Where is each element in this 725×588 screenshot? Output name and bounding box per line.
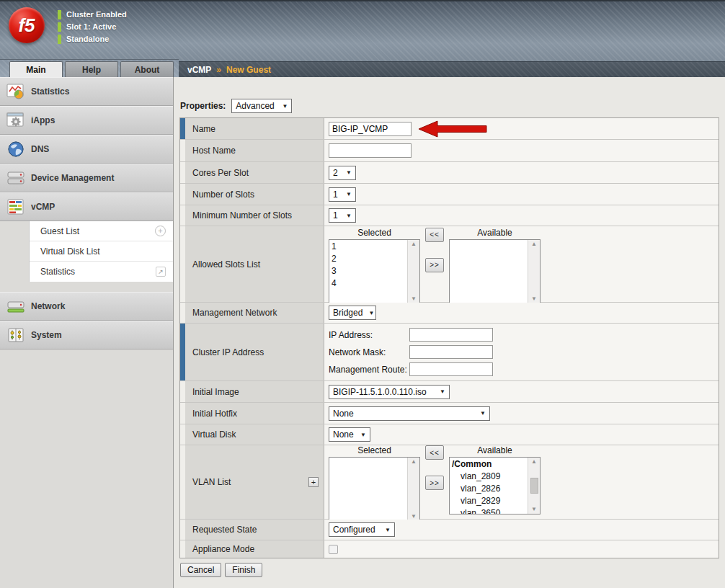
optional-indicator <box>180 520 185 540</box>
list-item[interactable]: vlan_2829 <box>450 495 528 507</box>
chevron-down-icon: ▼ <box>385 527 391 533</box>
sidebar-item-statistics[interactable]: Statistics <box>0 77 173 106</box>
chevron-down-icon: ▼ <box>360 432 366 438</box>
optional-indicator <box>180 445 185 519</box>
initial-image-dropdown[interactable]: BIGIP-11.5.1.0.0.110.iso▼ <box>329 385 450 399</box>
scroll-down-icon[interactable]: ▼ <box>411 296 417 302</box>
iapps-icon <box>6 110 26 130</box>
move-to-available-button[interactable]: >> <box>425 476 444 490</box>
virtual-disk-dropdown[interactable]: None▼ <box>329 427 370 442</box>
breadcrumb-separator: » <box>216 65 221 75</box>
number-of-slots-dropdown[interactable]: 1▼ <box>329 187 356 202</box>
chevron-down-icon: ▼ <box>480 410 486 416</box>
requested-state-dropdown[interactable]: Configured▼ <box>329 522 395 537</box>
list-item[interactable]: vlan_3650 <box>450 507 528 514</box>
move-to-available-button[interactable]: >> <box>425 258 444 272</box>
sidebar-item-network[interactable]: Network <box>0 292 173 321</box>
breadcrumb-section[interactable]: vCMP <box>187 65 211 75</box>
chevron-down-icon: ▼ <box>282 103 288 110</box>
optional-indicator <box>180 226 185 302</box>
form-row-minimum-number-of-slots: Minimum Number of Slots 1▼ <box>180 205 719 226</box>
list-item[interactable]: 1 <box>329 241 407 253</box>
sidebar-item-vcmp[interactable]: vCMP <box>0 192 173 221</box>
host-name-input[interactable] <box>329 143 412 158</box>
scroll-down-icon[interactable]: ▼ <box>411 514 417 520</box>
cores-per-slot-dropdown[interactable]: 2▼ <box>329 166 356 180</box>
add-circle-icon[interactable]: + <box>155 226 166 236</box>
scroll-up-icon[interactable]: ▲ <box>411 459 417 465</box>
list-item[interactable]: 3 <box>329 265 407 277</box>
tab-main[interactable]: Main <box>9 61 63 77</box>
move-to-selected-button[interactable]: << <box>425 228 444 242</box>
vlan-selected-listbox[interactable]: ▲▼ <box>329 457 420 522</box>
ip-address-input[interactable] <box>409 328 493 342</box>
cancel-button[interactable]: Cancel <box>180 563 221 577</box>
scrollbar[interactable]: ▲▼ <box>407 458 419 521</box>
form-row-cluster-ip-address: Cluster IP Address IP Address: Network M… <box>180 324 719 381</box>
chevron-down-icon: ▼ <box>346 191 352 197</box>
submenu-item-virtual-disk-list[interactable]: Virtual Disk List <box>30 241 173 262</box>
scrollbar-thumb[interactable] <box>530 478 538 494</box>
f5-logo[interactable]: f5 <box>9 7 45 43</box>
minimum-number-of-slots-dropdown[interactable]: 1▼ <box>329 208 356 223</box>
system-icon <box>6 325 26 345</box>
vlan-available-listbox[interactable]: /Common vlan_2809 vlan_2826 vlan_2829 vl… <box>449 457 541 514</box>
scrollbar[interactable]: ▲▼ <box>407 240 419 303</box>
chevron-down-icon: ▼ <box>346 169 352 176</box>
new-guest-form: Name Host Name Cores Per Slot 2▼ Numb <box>179 117 719 558</box>
submenu-item-guest-list[interactable]: Guest List + <box>30 221 173 241</box>
main-content: Properties: Advanced▼ Name Host Name Cor… <box>174 77 725 588</box>
optional-indicator <box>180 540 185 558</box>
scroll-down-icon[interactable]: ▼ <box>531 507 537 512</box>
tab-help[interactable]: Help <box>65 61 118 77</box>
list-item[interactable]: vlan_2826 <box>450 483 528 495</box>
tab-about[interactable]: About <box>120 61 174 77</box>
vcmp-submenu: Guest List + Virtual Disk List Statistic… <box>29 221 173 282</box>
scrollbar[interactable]: ▲▼ <box>528 240 540 303</box>
form-row-allowed-slots-list: Allowed Slots List Selected 1 2 3 4 ▲▼ <box>180 226 719 303</box>
properties-dropdown[interactable]: Advanced▼ <box>231 99 292 113</box>
required-indicator <box>180 118 185 139</box>
system-status: Cluster Enabled Slot 1: Active Standalon… <box>58 9 127 46</box>
finish-button[interactable]: Finish <box>225 563 262 577</box>
network-mask-input[interactable] <box>409 345 493 359</box>
vlan-expander-button[interactable]: + <box>308 477 319 487</box>
submenu-item-statistics[interactable]: Statistics ↗ <box>30 262 173 282</box>
scroll-up-icon[interactable]: ▲ <box>531 459 537 465</box>
subheader: Main Help About vCMP » New Guest <box>0 61 725 77</box>
scrollbar[interactable]: ▲▼ <box>528 458 540 514</box>
sidebar-item-iapps[interactable]: iApps <box>0 106 173 135</box>
status-green-bar-icon <box>58 22 61 32</box>
form-row-cores-per-slot: Cores Per Slot 2▼ <box>180 162 719 184</box>
status-line: Standalone <box>58 34 127 44</box>
scroll-up-icon[interactable]: ▲ <box>531 241 537 247</box>
optional-indicator <box>180 424 185 445</box>
move-to-selected-button[interactable]: << <box>425 445 444 460</box>
management-route-input[interactable] <box>409 362 493 376</box>
chevron-down-icon: ▼ <box>440 388 445 395</box>
scroll-up-icon[interactable]: ▲ <box>411 241 417 247</box>
external-link-icon: ↗ <box>156 267 166 277</box>
sidebar-item-system[interactable]: System <box>0 321 173 349</box>
management-network-dropdown[interactable]: Bridged▼ <box>329 306 376 320</box>
network-mask-label: Network Mask: <box>329 347 409 357</box>
sidebar-item-dns[interactable]: DNS <box>0 135 173 164</box>
vcmp-icon <box>6 197 26 217</box>
scroll-down-icon[interactable]: ▼ <box>531 296 537 302</box>
sidebar-item-device-management[interactable]: Device Management <box>0 164 173 192</box>
breadcrumb: vCMP » New Guest <box>179 61 725 77</box>
list-item[interactable]: 4 <box>329 277 407 290</box>
list-item[interactable]: vlan_2809 <box>450 471 528 483</box>
initial-hotfix-dropdown[interactable]: None▼ <box>329 406 490 421</box>
allowed-slots-selected-listbox[interactable]: 1 2 3 4 ▲▼ <box>329 239 420 304</box>
allowed-slots-available-listbox[interactable]: ▲▼ <box>449 239 541 304</box>
name-input[interactable] <box>329 122 412 136</box>
properties-selector: Properties: Advanced▼ <box>180 99 725 113</box>
form-row-host-name: Host Name <box>180 140 719 162</box>
appliance-mode-checkbox[interactable] <box>329 545 338 554</box>
list-item[interactable]: 2 <box>329 253 407 265</box>
chevron-down-icon: ▼ <box>368 310 374 316</box>
status-green-bar-icon <box>58 10 61 19</box>
form-row-initial-hotfix: Initial Hotfix None▼ <box>180 403 719 424</box>
top-banner: f5 Cluster Enabled Slot 1: Active Standa… <box>0 0 725 61</box>
